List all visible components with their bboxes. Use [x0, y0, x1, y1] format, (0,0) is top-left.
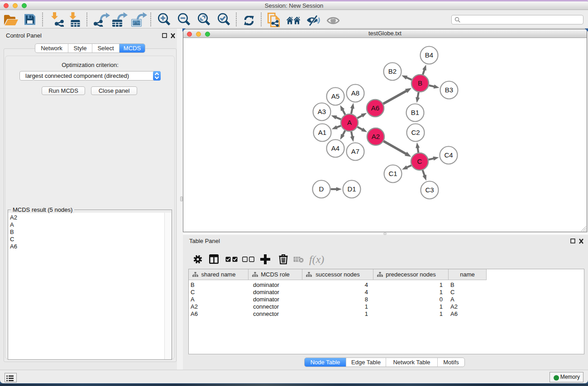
svg-text:A7: A7: [351, 148, 359, 155]
svg-text:A1: A1: [318, 129, 326, 136]
svg-text:C: C: [417, 157, 422, 165]
svg-text:B4: B4: [425, 51, 433, 59]
svg-text:B2: B2: [388, 67, 397, 75]
svg-text:A5: A5: [331, 92, 339, 100]
svg-text:A: A: [347, 119, 352, 126]
svg-text:B3: B3: [445, 86, 453, 94]
svg-text:D1: D1: [347, 185, 356, 193]
svg-text:D: D: [319, 185, 324, 193]
svg-text:C3: C3: [425, 186, 434, 194]
svg-text:C2: C2: [411, 129, 420, 136]
svg-text:B: B: [418, 79, 422, 87]
svg-text:A4: A4: [331, 144, 339, 152]
svg-text:A3: A3: [318, 108, 326, 115]
svg-text:B1: B1: [411, 109, 419, 116]
svg-text:C1: C1: [388, 170, 397, 177]
svg-text:A8: A8: [351, 89, 359, 97]
svg-text:C4: C4: [444, 151, 453, 159]
svg-text:A2: A2: [372, 133, 380, 140]
svg-text:A6: A6: [371, 104, 379, 112]
